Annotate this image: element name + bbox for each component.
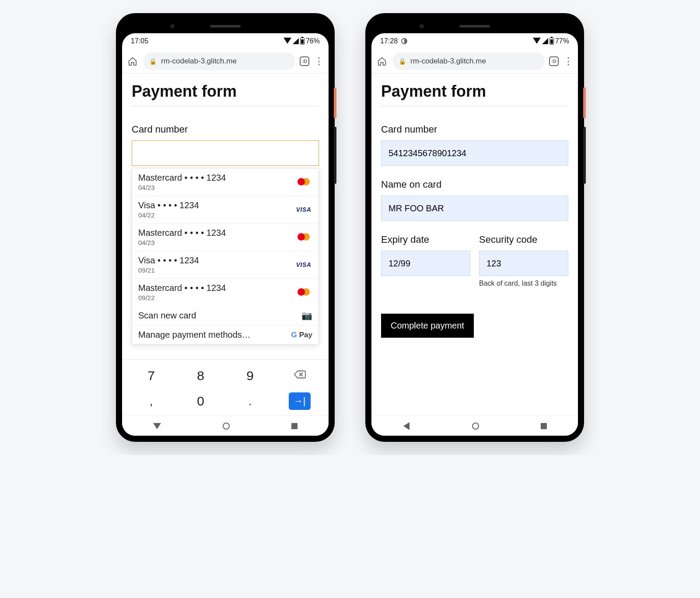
autofill-card-line1: Mastercard • • • • 1234	[138, 173, 226, 183]
status-time: 17:05	[131, 37, 148, 45]
cell-signal-icon	[542, 38, 548, 44]
name-input[interactable]	[381, 196, 568, 221]
autofill-card-line1: Visa • • • • 1234	[138, 255, 199, 266]
key-go[interactable]: →|	[275, 392, 324, 410]
page-content-right: Payment form Card number Name on card Ex…	[371, 73, 578, 416]
go-icon: →|	[289, 392, 311, 410]
autofill-card-expiry: 04/22	[138, 211, 199, 219]
card-number-input[interactable]	[381, 140, 568, 166]
front-camera	[170, 24, 175, 28]
cvc-input[interactable]	[479, 251, 568, 276]
power-button	[583, 87, 586, 118]
nav-recent-icon[interactable]	[291, 423, 298, 429]
power-button	[334, 87, 336, 118]
volume-button	[583, 127, 586, 184]
autofill-card-item[interactable]: Mastercard • • • • 123404/23	[132, 168, 318, 196]
visa-icon: VISA	[295, 204, 312, 215]
status-bar: 17:28 77%	[371, 33, 578, 49]
nav-home-icon[interactable]	[472, 423, 479, 430]
screen-right: 17:28 77% 🔒 rm-codelab-3.glitch.me :D ⋮ …	[371, 33, 578, 436]
key-8[interactable]: 8	[176, 368, 225, 383]
cvc-group: Security code Back of card, last 3 digit…	[479, 234, 568, 287]
phone-top	[371, 19, 578, 33]
submit-button[interactable]: Complete payment	[381, 314, 474, 338]
backspace-key[interactable]	[275, 370, 324, 381]
url-text: rm-codelab-3.glitch.me	[161, 57, 237, 66]
card-number-input[interactable]	[132, 140, 319, 166]
battery-text: 77%	[555, 37, 569, 45]
status-bar: 17:05 76%	[122, 33, 329, 49]
autofill-card-expiry: 09/22	[138, 294, 226, 301]
autofill-card-line1: Mastercard • • • • 1234	[138, 283, 226, 293]
autofill-card-item[interactable]: Visa • • • • 123409/21VISA	[132, 251, 318, 279]
battery-icon	[550, 38, 554, 45]
key-comma[interactable]: ,	[126, 395, 176, 408]
name-label: Name on card	[381, 179, 568, 190]
home-icon[interactable]	[376, 55, 388, 67]
autofill-card-line1: Visa • • • • 1234	[138, 200, 199, 210]
key-7[interactable]: 7	[126, 368, 176, 383]
speaker-grille	[210, 25, 241, 28]
browser-toolbar: 🔒 rm-codelab-3.glitch.me :D ⋮	[122, 49, 329, 73]
address-bar[interactable]: 🔒 rm-codelab-3.glitch.me	[392, 52, 545, 70]
battery-text: 76%	[306, 37, 320, 45]
lock-icon: 🔒	[149, 58, 157, 65]
wifi-icon	[284, 38, 291, 44]
mastercard-icon	[295, 232, 312, 242]
mastercard-icon	[295, 177, 312, 187]
autofill-card-line1: Mastercard • • • • 1234	[138, 228, 226, 238]
wifi-icon	[533, 38, 541, 44]
numeric-keyboard: 7 8 9 , 0 . →|	[122, 359, 329, 416]
card-number-label: Card number	[132, 124, 319, 135]
kebab-menu-icon[interactable]: ⋮	[563, 56, 574, 67]
card-number-group: Card number	[132, 124, 319, 166]
data-saver-icon	[401, 38, 407, 44]
cell-signal-icon	[293, 38, 299, 44]
expiry-group: Expiry date	[381, 234, 470, 287]
expiry-label: Expiry date	[381, 234, 470, 245]
card-number-label: Card number	[381, 124, 568, 135]
key-9[interactable]: 9	[225, 368, 275, 383]
battery-icon	[300, 38, 304, 45]
name-group: Name on card	[381, 179, 568, 221]
tabs-icon[interactable]: :D	[549, 56, 559, 66]
camera-icon: 📷	[301, 310, 312, 321]
nav-recent-icon[interactable]	[541, 423, 547, 429]
nav-back-icon[interactable]	[153, 423, 161, 429]
kebab-menu-icon[interactable]: ⋮	[314, 56, 324, 67]
page-title: Payment form	[132, 82, 319, 106]
url-text: rm-codelab-3.glitch.me	[410, 57, 486, 66]
screen-left: 17:05 76% 🔒 rm-codelab-3.glitch.me :D ⋮ …	[122, 33, 329, 436]
manage-label: Manage payment methods…	[138, 330, 251, 340]
autofill-card-item[interactable]: Mastercard • • • • 123409/22	[132, 279, 318, 306]
nav-home-icon[interactable]	[223, 423, 230, 430]
autofill-card-expiry: 09/21	[138, 266, 199, 274]
address-bar[interactable]: 🔒 rm-codelab-3.glitch.me	[143, 52, 295, 70]
card-number-group: Card number	[381, 124, 568, 166]
autofill-card-item[interactable]: Mastercard • • • • 123404/23	[132, 224, 318, 251]
tabs-icon[interactable]: :D	[300, 56, 309, 66]
autofill-card-expiry: 04/23	[138, 239, 226, 246]
mastercard-icon	[295, 287, 312, 297]
visa-icon: VISA	[295, 259, 312, 270]
autofill-popup: Mastercard • • • • 123404/23Visa • • • •…	[132, 168, 319, 345]
nav-back-icon[interactable]	[403, 422, 410, 430]
key-0[interactable]: 0	[176, 394, 225, 409]
cvc-hint: Back of card, last 3 digits	[479, 280, 568, 287]
page-content-left: Payment form Card number Mastercard • • …	[122, 73, 329, 359]
phone-right: 17:28 77% 🔒 rm-codelab-3.glitch.me :D ⋮ …	[365, 13, 584, 442]
android-nav-bar	[371, 416, 578, 436]
scan-card-label: Scan new card	[138, 311, 196, 321]
autofill-manage[interactable]: Manage payment methods… G Pay	[132, 325, 318, 344]
status-time: 17:28	[380, 37, 398, 45]
autofill-card-expiry: 04/23	[138, 184, 226, 191]
autofill-scan-card[interactable]: Scan new card 📷	[132, 306, 318, 325]
home-icon[interactable]	[126, 55, 139, 67]
cvc-label: Security code	[479, 234, 568, 245]
phone-left: 17:05 76% 🔒 rm-codelab-3.glitch.me :D ⋮ …	[116, 13, 335, 442]
expiry-input[interactable]	[381, 251, 470, 276]
speaker-grille	[459, 25, 490, 28]
key-period[interactable]: .	[225, 395, 275, 408]
browser-toolbar: 🔒 rm-codelab-3.glitch.me :D ⋮	[371, 49, 578, 73]
autofill-card-item[interactable]: Visa • • • • 123404/22VISA	[132, 196, 318, 224]
